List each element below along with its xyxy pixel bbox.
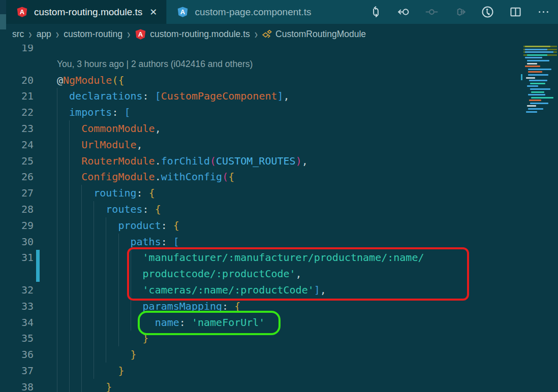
tab-label: custom-page.component.ts (195, 7, 311, 18)
minimap-line (523, 97, 557, 99)
minimap-line (523, 57, 557, 58)
window-edge (0, 0, 6, 14)
code-text: } (57, 330, 149, 346)
minimap-line (523, 74, 557, 76)
next-change-icon[interactable] (453, 6, 466, 18)
minimap-line (523, 100, 557, 101)
editor-actions (369, 0, 558, 24)
vscode-window: Acustom-routing.module.ts✕Acustom-page.c… (0, 0, 558, 392)
code-text: } (57, 363, 124, 379)
code-text: } (57, 379, 112, 392)
minimap-line (523, 83, 557, 84)
breadcrumb-item-custom-routing[interactable]: custom-routing (64, 29, 122, 40)
minimap-line (523, 66, 557, 67)
red-annotation-box (127, 247, 469, 301)
code-line-24[interactable]: 24 UrlModule, (0, 137, 558, 153)
code-text: @NgModule({ (57, 72, 124, 88)
minimap-line (523, 51, 557, 53)
minimap-modified-tick (521, 74, 522, 80)
code-line-26[interactable]: 26 ConfigModule.withConfig({ (0, 169, 558, 185)
code-line-25[interactable]: 25 RouterModule.forChild(CUSTOM_ROUTES), (0, 153, 558, 169)
editor-tab-bar: Acustom-routing.module.ts✕Acustom-page.c… (0, 0, 558, 24)
line-number: 35 (0, 330, 34, 346)
line-number: 25 (0, 153, 34, 169)
line-number: 38 (0, 379, 34, 392)
code-line-29[interactable]: 29 product: { (0, 217, 558, 234)
breadcrumb-item-CustomRoutingModule[interactable]: CustomRoutingModule (262, 29, 366, 40)
breadcrumb-label: custom-routing (64, 29, 122, 40)
breadcrumb-label: app (37, 29, 51, 40)
code-line-22[interactable]: 22 imports: [ (0, 104, 558, 120)
minimap-line (523, 60, 557, 61)
code-line-20[interactable]: 20@NgModule({ (0, 72, 558, 88)
minimap-line (523, 85, 557, 87)
minimap-line (523, 46, 557, 47)
code-text: routing: { (57, 185, 155, 201)
line-number: 27 (0, 185, 34, 201)
code-text: ConfigModule.withConfig({ (57, 169, 234, 185)
split-editor-icon[interactable] (509, 6, 522, 18)
code-text: RouterModule.forChild(CUSTOM_ROUTES), (57, 153, 308, 169)
line-number: 36 (0, 346, 34, 363)
code-editor[interactable]: 19You, 3 hours ago | 2 authors (i042416 … (0, 45, 558, 392)
close-tab-icon[interactable]: ✕ (147, 6, 159, 19)
window-edge-highlight (0, 14, 6, 29)
angular-red-icon: A (16, 6, 28, 18)
minimap-line (523, 94, 557, 95)
breadcrumb-separator: › (28, 27, 32, 42)
breadcrumb-label: src (12, 29, 24, 40)
code-text: imports: [ (57, 104, 131, 120)
line-number: 37 (0, 363, 34, 379)
breadcrumb-label: CustomRoutingModule (275, 29, 366, 40)
codelens-text: You, 3 hours ago | 2 authors (i042416 an… (57, 56, 253, 72)
breadcrumb-separator: › (56, 27, 59, 42)
svg-text:A: A (138, 30, 143, 38)
tab-custom-routing.module.ts[interactable]: Acustom-routing.module.ts✕ (6, 0, 166, 24)
code-line-23[interactable]: 23 CommonModule, (0, 120, 558, 137)
code-text: declarations: [CustomPageComponent], (57, 88, 290, 104)
current-change-icon[interactable] (425, 6, 438, 18)
line-number: 33 (0, 298, 34, 314)
open-changes-icon[interactable] (369, 6, 382, 18)
code-text: } (57, 346, 137, 363)
code-line-19[interactable]: 19 (0, 45, 558, 56)
code-line-28[interactable]: 28 routes: { (0, 201, 558, 217)
gutter-modified-indicator (36, 250, 40, 282)
code-line-38[interactable]: 38 } (0, 379, 558, 392)
breadcrumb-separator: › (127, 27, 130, 42)
line-number: 26 (0, 169, 34, 185)
code-text: UrlModule, (57, 137, 143, 153)
minimap-line (523, 49, 557, 50)
minimap[interactable] (523, 46, 557, 160)
breadcrumb-item-src[interactable]: src (12, 29, 24, 40)
code-line-35[interactable]: 35 } (0, 330, 558, 346)
line-number: 21 (0, 88, 34, 104)
tab-custom-page.component.ts[interactable]: Acustom-page.component.ts (166, 0, 323, 24)
codelens-row: You, 3 hours ago | 2 authors (i042416 an… (0, 56, 558, 72)
timeline-icon[interactable] (481, 6, 494, 18)
line-number: 23 (0, 120, 34, 137)
minimap-line (523, 88, 557, 90)
code-line-21[interactable]: 21 declarations: [CustomPageComponent], (0, 88, 558, 104)
minimap-line (523, 71, 557, 73)
previous-change-icon[interactable] (397, 6, 410, 18)
line-number: 31 (0, 249, 34, 266)
more-actions-icon[interactable] (537, 6, 550, 18)
line-number: 20 (0, 72, 34, 88)
line-number: 28 (0, 201, 34, 217)
breadcrumb-label: custom-routing.module.ts (150, 29, 250, 40)
code-text: product: { (57, 217, 179, 234)
minimap-line (523, 69, 557, 70)
minimap-line (523, 105, 557, 107)
code-line-36[interactable]: 36 } (0, 346, 558, 363)
code-line-37[interactable]: 37 } (0, 363, 558, 379)
breadcrumb-item-custom-routing.module.ts[interactable]: Acustom-routing.module.ts (135, 28, 250, 40)
angular-red-icon: A (135, 28, 146, 40)
green-annotation-box (138, 311, 281, 335)
angular-blue-icon: A (177, 6, 189, 18)
code-text: routes: { (57, 201, 161, 217)
breadcrumb-item-app[interactable]: app (37, 29, 51, 40)
code-line-27[interactable]: 27 routing: { (0, 185, 558, 201)
line-number: 34 (0, 314, 34, 331)
minimap-line (523, 91, 557, 93)
